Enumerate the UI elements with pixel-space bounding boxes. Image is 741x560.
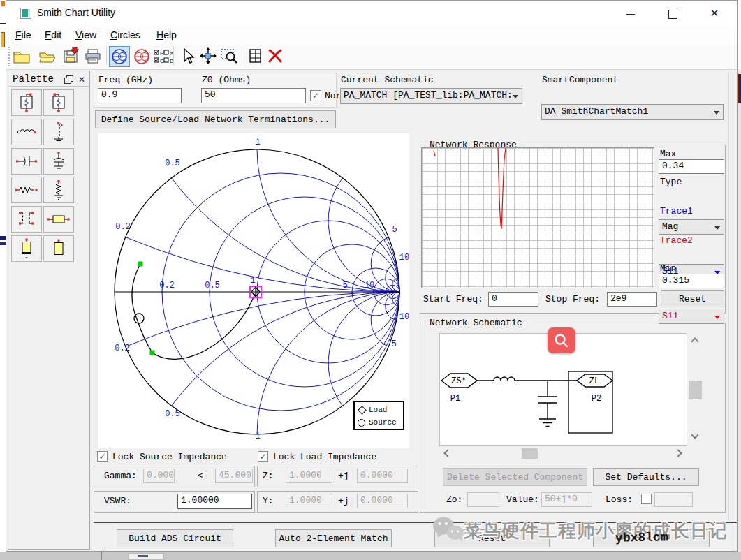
maximize-button[interactable]	[657, 6, 688, 22]
select-cursor-button[interactable]	[178, 47, 196, 68]
max-input[interactable]: 0.34	[659, 159, 724, 174]
palette-series-capacitor[interactable]	[11, 148, 42, 175]
start-freq-label: Start Freq:	[423, 294, 483, 304]
palette-transformer[interactable]	[11, 206, 42, 233]
svg-text:0.2: 0.2	[115, 344, 130, 353]
start-freq-input[interactable]: 0	[488, 292, 538, 307]
freq-input[interactable]: 0.9	[98, 88, 182, 103]
rx-gb-display-icon: R X G B	[153, 47, 174, 66]
current-schematic-dropdown[interactable]: PA_MATCH [PA_TEST_lib:PA_MATCH:	[340, 88, 522, 104]
palette-shunt-resistor[interactable]	[43, 177, 74, 203]
vswr-input[interactable]: 1.00000	[177, 494, 252, 509]
current-schematic-label: Current Schematic	[341, 75, 434, 85]
smith-chart-area[interactable]: 10.50.20.20.515101050.20.51510 Load Sour…	[98, 133, 409, 448]
freq-label: Freq (GHz)	[98, 75, 153, 85]
smith-markers[interactable]	[134, 262, 261, 355]
network-response-plot[interactable]	[421, 147, 654, 288]
move-button[interactable]	[199, 47, 217, 68]
svg-text:10: 10	[399, 312, 409, 322]
load-diamond-icon	[358, 406, 367, 415]
response-reset-button[interactable]: Reset	[661, 290, 724, 307]
chevron-down-icon	[513, 95, 518, 101]
svg-text:0.2: 0.2	[159, 281, 175, 290]
delete-selected-component-button[interactable]: Delete Selected Component	[443, 468, 587, 486]
lock-load-label: Lock Load Impedance	[273, 452, 376, 462]
palette-close-icon[interactable]	[78, 73, 85, 85]
palette-series-transmission-line[interactable]	[43, 206, 74, 233]
svg-text:1: 1	[250, 276, 255, 286]
palette-shunt-inductor[interactable]	[43, 119, 74, 145]
open-folder-icon	[38, 47, 57, 65]
palette-shunt-open-stub[interactable]	[43, 235, 74, 262]
z-real-input[interactable]: 1.0000	[286, 469, 332, 483]
toolbar-grip[interactable]	[8, 47, 10, 66]
build-ads-circuit-button[interactable]: Build ADS Circuit	[117, 529, 233, 547]
palette-panel: Palette	[8, 71, 90, 550]
smith-z-chart-button[interactable]	[109, 46, 130, 67]
menu-edit[interactable]: Edit	[38, 27, 68, 43]
delete-button-toolbar[interactable]	[266, 47, 284, 67]
horizontal-scrollbar-thumb[interactable]	[522, 448, 538, 459]
print-button[interactable]	[83, 47, 103, 68]
svg-text:10: 10	[365, 281, 374, 290]
max-label: Max	[660, 149, 676, 159]
set-defaults-button[interactable]: Set Defaults...	[593, 468, 699, 486]
loss-label: Loss:	[606, 494, 633, 505]
auto-two-element-match-button[interactable]: Auto 2-Element Match	[275, 529, 392, 547]
y-imag-input[interactable]: 0.0000	[357, 494, 408, 508]
content-divider	[728, 71, 729, 521]
trace2-dropdown[interactable]: S11	[659, 309, 724, 324]
lock-load-checkbox[interactable]	[258, 451, 268, 462]
svg-text:5: 5	[342, 281, 347, 290]
shunt-capacitor-symbol[interactable]	[538, 381, 557, 419]
loss-checkbox[interactable]	[641, 494, 652, 504]
title-bar[interactable]: Smith Chart Utility	[6, 1, 737, 26]
menu-circles[interactable]: Circles	[104, 27, 147, 43]
loss-input[interactable]	[654, 492, 693, 507]
menu-help[interactable]: Help	[150, 27, 183, 43]
cursor-icon	[178, 47, 196, 65]
y-real-input[interactable]: 1.0000	[286, 494, 332, 508]
series-inductor-symbol[interactable]	[494, 377, 515, 381]
min-input[interactable]: 0.315	[659, 274, 724, 288]
z-imag-input[interactable]: 0.0000	[357, 469, 408, 483]
smith-y-chart-button[interactable]	[133, 47, 151, 68]
palette-series-resistor[interactable]	[11, 177, 42, 203]
menu-view[interactable]: View	[69, 27, 103, 43]
type-dropdown[interactable]: Mag	[659, 219, 724, 235]
zoom-area-button[interactable]	[219, 47, 239, 68]
vertical-scrollbar-thumb[interactable]	[689, 381, 702, 399]
palette-shunt-shorted-stub[interactable]	[11, 235, 42, 262]
min-label: Min	[660, 263, 676, 274]
palette-header[interactable]: Palette	[8, 71, 89, 87]
legend-source-label: Source	[369, 418, 397, 427]
palette-network-output-termination[interactable]	[43, 89, 74, 116]
save-button[interactable]	[61, 47, 80, 68]
smith-y-chart-icon	[133, 47, 151, 66]
smart-component-dropdown[interactable]: DA_SmithChartMatch1	[541, 104, 724, 120]
minimize-button[interactable]	[615, 6, 646, 22]
define-terminations-button[interactable]: Define Source/Load Network Terminations.…	[95, 110, 336, 128]
data-table-button[interactable]	[247, 47, 264, 67]
gamma-angle-input[interactable]: 45.000	[215, 469, 253, 483]
zo-input[interactable]	[467, 492, 499, 507]
palette-shunt-capacitor[interactable]	[43, 148, 74, 175]
svg-text:R: R	[160, 50, 164, 57]
stop-freq-input[interactable]: 2e9	[607, 292, 657, 307]
normalize-checkbox[interactable]	[310, 90, 321, 101]
gamma-mag-input[interactable]: 0.0000	[143, 469, 175, 483]
palette-network-input-termination[interactable]	[11, 89, 42, 116]
close-button[interactable]	[699, 5, 730, 22]
rx-gb-display-button[interactable]: R X G B	[153, 47, 174, 68]
svg-text:0.5: 0.5	[205, 281, 220, 290]
delete-icon	[266, 47, 284, 64]
z0-input[interactable]: 50	[201, 88, 306, 103]
new-button[interactable]	[12, 47, 31, 68]
magnifier-overlay-button[interactable]	[548, 327, 575, 353]
open-button[interactable]	[38, 47, 57, 68]
palette-series-inductor[interactable]	[11, 119, 42, 145]
menu-file[interactable]: File	[9, 27, 38, 43]
value-input[interactable]: 50+j*0	[541, 492, 592, 507]
smith-chart-utility-window: Smith Chart Utility File Edit View Circl…	[6, 0, 738, 552]
lock-source-checkbox[interactable]	[97, 451, 108, 462]
